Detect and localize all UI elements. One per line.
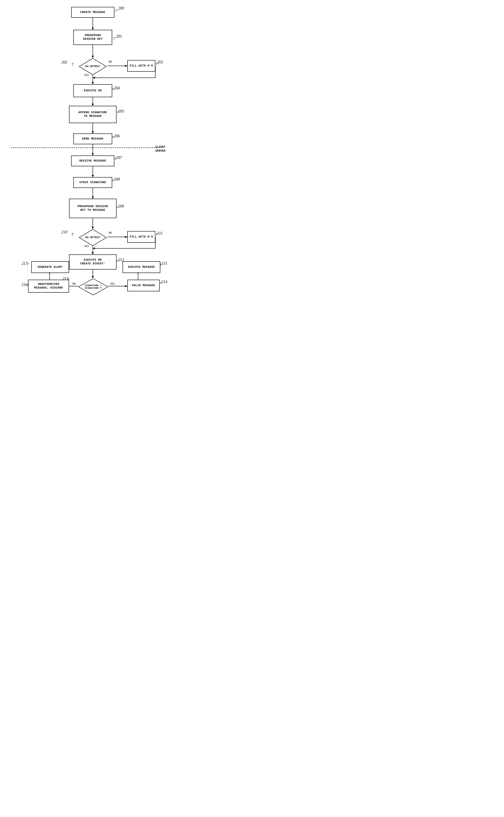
no-label-2: NO bbox=[109, 232, 112, 235]
svg-marker-30 bbox=[93, 247, 95, 250]
svg-marker-16 bbox=[92, 131, 94, 133]
client-server-divider bbox=[11, 147, 162, 148]
diamond-64bytes-2: 64 BYTES? bbox=[79, 229, 107, 246]
append-sig-box: APPEND SIGNATURE TO MESSAGE bbox=[69, 106, 117, 123]
curve-208 bbox=[111, 179, 116, 182]
svg-marker-9 bbox=[93, 77, 95, 79]
svg-marker-12 bbox=[92, 82, 94, 84]
fill-zeros-1-box: FILL WITH 0'S bbox=[127, 60, 155, 72]
yes-label-1: YES bbox=[84, 74, 89, 77]
diagram-container: CREATE MESSAGE 200 PREAPPEND SESSION KEY… bbox=[0, 0, 194, 315]
execute-md-1-box: EXECUTE MD bbox=[73, 84, 112, 97]
svg-marker-24 bbox=[92, 227, 94, 229]
create-message-box: CREATE MESSAGE bbox=[71, 7, 114, 18]
fill-zeros-2-box: FILL WITH 0'S bbox=[127, 231, 155, 243]
execute-md-2-box: EXECUTE MD CREATE DIGEST' bbox=[69, 255, 117, 270]
curve-205 bbox=[116, 111, 121, 114]
svg-marker-22 bbox=[92, 196, 94, 199]
svg-marker-20 bbox=[92, 175, 94, 177]
receive-message-box: RECEIVE MESSAGE bbox=[71, 155, 114, 166]
curve-215 bbox=[159, 263, 164, 267]
curve-217 bbox=[26, 263, 30, 266]
valid-message-box: VALID MESSAGE bbox=[127, 280, 160, 291]
svg-marker-3 bbox=[92, 56, 94, 58]
client-server-label: CLIENT SERVER bbox=[155, 145, 165, 153]
svg-marker-5 bbox=[125, 65, 127, 67]
curve-216 bbox=[26, 284, 30, 287]
curve-209 bbox=[116, 206, 120, 209]
svg-marker-35 bbox=[92, 276, 94, 278]
curve-202 bbox=[70, 62, 76, 66]
curve-206 bbox=[111, 136, 116, 139]
ref-210: 210 bbox=[61, 230, 67, 235]
execute-message-box: EXECUTE MESSAGE bbox=[123, 261, 160, 273]
curve-203 bbox=[155, 62, 160, 66]
svg-marker-37 bbox=[125, 285, 127, 287]
unauthorized-box: UNAUTHORIZED MESSAGE; DISCARD bbox=[28, 280, 69, 293]
svg-marker-18 bbox=[92, 153, 94, 155]
curve-210 bbox=[70, 232, 76, 237]
svg-marker-33 bbox=[92, 252, 94, 255]
svg-marker-1 bbox=[92, 28, 94, 30]
generate-alert-box: GENERATE ALERT bbox=[31, 261, 69, 273]
preappend-session-key-box: PREAPPEND SESSION KEY bbox=[73, 30, 112, 45]
ref-202: 202 bbox=[61, 60, 67, 65]
diamond-sig-equals: SIGNATURE = SIGNATURE'? bbox=[78, 278, 108, 296]
curve-214 bbox=[159, 282, 164, 285]
strip-sig-box: STRIP SIGNATURE bbox=[73, 177, 112, 188]
send-message-box: SEND MESSAGE bbox=[73, 133, 112, 144]
curve-201 bbox=[112, 36, 118, 41]
curve-207 bbox=[114, 157, 118, 161]
no-label-1: NO bbox=[109, 60, 112, 63]
preappend-session-key-2-box: PREAPPEND SESSION KEY TO MESSAGE bbox=[69, 199, 117, 218]
svg-marker-14 bbox=[92, 104, 94, 106]
curve-211 bbox=[155, 233, 160, 236]
curve-200 bbox=[114, 9, 120, 13]
yes-label-2: YES bbox=[84, 245, 89, 248]
curve-212 bbox=[116, 259, 120, 263]
diamond-64bytes-1: 64 BYTES? bbox=[79, 58, 107, 75]
no-label-3: NO bbox=[72, 283, 76, 286]
curve-204 bbox=[111, 88, 116, 91]
yes-label-3: YES bbox=[110, 283, 115, 286]
svg-marker-26 bbox=[125, 236, 127, 238]
